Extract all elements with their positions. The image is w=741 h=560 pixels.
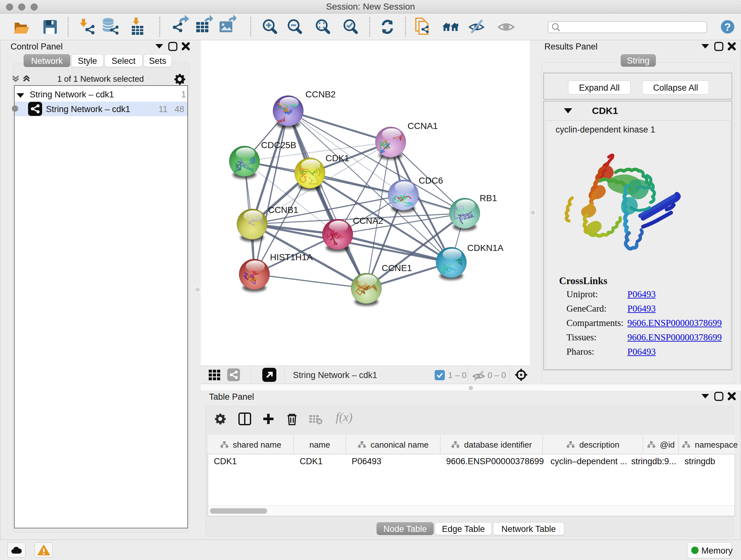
svg-text:?: ? <box>724 21 731 33</box>
